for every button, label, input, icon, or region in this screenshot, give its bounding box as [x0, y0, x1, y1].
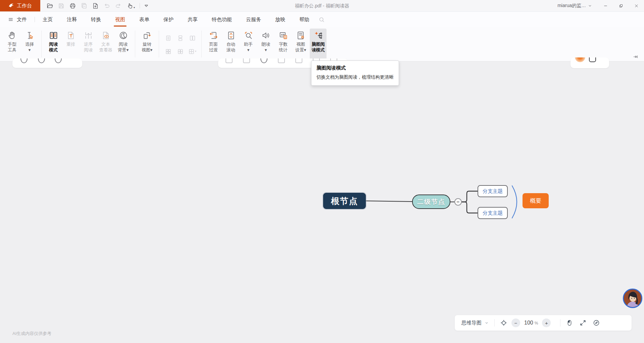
zoom-out-button[interactable]: −: [511, 318, 520, 327]
rotate-view-button[interactable]: 旋转视图▾: [139, 29, 155, 60]
mouse-icon[interactable]: [566, 319, 573, 327]
page-transition-button[interactable]: 页面过渡: [205, 29, 222, 60]
menu-tab-6[interactable]: 共享: [181, 12, 205, 27]
split-view-button[interactable]: ▾: [188, 48, 196, 55]
auto-scroll-icon: [226, 31, 236, 40]
hamburger-icon: [8, 17, 13, 22]
mindmap-second-node[interactable]: 二级节点: [412, 195, 450, 209]
menu-tab-7[interactable]: 特色功能: [205, 12, 239, 27]
workspace-button[interactable]: 工作台: [0, 0, 40, 11]
account-name: miarua的监…: [557, 3, 586, 9]
toolbar-divider: [140, 3, 140, 8]
restore-button[interactable]: [613, 0, 629, 11]
reverse-reading-button[interactable]: 逆序阅读: [80, 29, 97, 60]
assistant-button[interactable]: 助手▾: [240, 29, 257, 60]
reading-background-icon: [118, 31, 128, 40]
new-page-icon: [92, 2, 99, 9]
continuous-page-button[interactable]: [177, 35, 184, 41]
document-canvas[interactable]: 脑图阅读模式 切换文档为脑图阅读，梳理结构更清晰 根节点 二级节点 − 分支主题…: [0, 61, 644, 343]
save-button[interactable]: [58, 2, 65, 9]
ribbon-item-label: 背景▾: [118, 47, 129, 53]
read-aloud-button[interactable]: 朗读▾: [257, 29, 274, 60]
ribbon-item-label: ▾: [265, 47, 267, 53]
tooltip-body: 切换文档为脑图阅读，梳理结构更清晰: [316, 74, 394, 81]
pin-icon[interactable]: [633, 53, 639, 60]
zoom-level: 100 %: [524, 320, 538, 326]
mindmap-root-node[interactable]: 根节点: [323, 193, 366, 209]
word-count-icon: AB: [279, 31, 288, 40]
ribbon-item-label: ▾: [247, 47, 250, 53]
icon-fragment: [278, 58, 285, 63]
menu-tab-2[interactable]: 转换: [84, 12, 108, 27]
reading-background-button[interactable]: 阅读背景▾: [115, 29, 132, 60]
reading-mode-button[interactable]: 阅读模式: [45, 29, 62, 60]
print-button[interactable]: [69, 2, 76, 9]
save-icon: [58, 2, 65, 9]
mindmap-branch-node[interactable]: 分支主题: [478, 185, 508, 197]
redo-button[interactable]: [115, 2, 122, 9]
orange-icon-fragment: [575, 57, 585, 62]
dropdown-arrow-icon: ▾: [195, 50, 196, 53]
search-icon[interactable]: [318, 16, 325, 23]
facing-page-button[interactable]: [189, 35, 196, 41]
hand-tool-button[interactable]: 手型工具: [4, 29, 20, 60]
reflow-button[interactable]: 重排: [62, 29, 79, 60]
menu-tab-0[interactable]: 主页: [36, 12, 60, 27]
ribbon-item-label: 朗读: [261, 41, 270, 47]
dropdown-arrow-icon: ▾: [134, 6, 135, 9]
mindmap-summary-node[interactable]: 概要: [523, 193, 549, 208]
zoom-in-button[interactable]: +: [542, 318, 551, 327]
compass-icon[interactable]: [593, 319, 600, 327]
auto-scroll-button[interactable]: 自动滚动: [222, 29, 239, 60]
ribbon-item-label: ▾: [29, 47, 31, 53]
copy-page-button[interactable]: [81, 2, 88, 9]
continuous-facing-icon: [177, 48, 184, 55]
continuous-facing-button[interactable]: [177, 48, 184, 55]
status-bar: 思维导图 − 100 % +: [455, 315, 632, 331]
customize-toolbar-button[interactable]: [143, 3, 149, 9]
menu-tab-4[interactable]: 表单: [132, 12, 156, 27]
quad-page-button[interactable]: [165, 48, 171, 55]
rotate-view-icon: [142, 31, 152, 40]
menu-tab-5[interactable]: 保护: [156, 12, 181, 27]
close-button[interactable]: [629, 0, 644, 11]
fullscreen-icon[interactable]: [579, 319, 587, 327]
select-tool-button[interactable]: 选择▾: [21, 29, 38, 60]
select-tool-icon: [25, 31, 35, 40]
word-count-button[interactable]: AB字数统计: [275, 29, 292, 60]
menu-tab-10[interactable]: 帮助: [292, 12, 316, 27]
view-settings-button[interactable]: 视图设置▾: [292, 29, 309, 60]
statusbar-divider: [560, 319, 560, 327]
ribbon-item-label: 重排: [66, 41, 75, 47]
avatar[interactable]: [623, 289, 642, 308]
single-page-button[interactable]: [165, 35, 171, 41]
mindmap-mode-button[interactable]: 脑图阅读模式: [310, 29, 327, 60]
menu-tab-3[interactable]: 视图: [108, 12, 132, 27]
menu-tab-8[interactable]: 云服务: [239, 12, 268, 27]
menu-tab-9[interactable]: 放映: [268, 12, 292, 27]
new-page-button[interactable]: [92, 2, 99, 9]
mindmap-branch-node[interactable]: 分支主题: [478, 207, 508, 219]
open-folder-button[interactable]: [46, 2, 53, 9]
title-bar: 工作台 ▾ 福昕办公.pdf - 福昕阅读器 miarua的监…: [0, 0, 644, 12]
collapse-button[interactable]: −: [454, 198, 462, 206]
chevron-down-icon: [588, 3, 592, 8]
minimize-button[interactable]: [598, 0, 613, 11]
ribbon-separator: [201, 31, 202, 57]
touch-mode-button[interactable]: ▾: [126, 2, 135, 9]
ribbon-item-label: 选择: [25, 41, 34, 47]
icon-fragment: [38, 58, 45, 63]
ribbon-item-label: 自动: [227, 41, 235, 47]
account-menu[interactable]: miarua的监…: [557, 3, 592, 9]
undo-button[interactable]: [103, 2, 110, 9]
ribbon-items: 手型工具选择▾阅读模式重排逆序阅读文本查看器阅读背景▾旋转视图▾▾页面过渡自动滚…: [3, 29, 327, 60]
menu-tab-1[interactable]: 注释: [60, 12, 84, 27]
ribbon-item-label: 旋转: [143, 41, 151, 47]
ribbon-separator: [41, 31, 42, 57]
locate-icon[interactable]: [500, 319, 507, 327]
ribbon-separator: [159, 31, 159, 57]
mindmap-mode-select[interactable]: 思维导图: [461, 320, 489, 326]
ribbon-item-label: 阅读: [49, 41, 58, 47]
text-viewer-button[interactable]: 文本查看器: [97, 29, 114, 60]
menu-tab-file[interactable]: 文件: [16, 12, 34, 27]
